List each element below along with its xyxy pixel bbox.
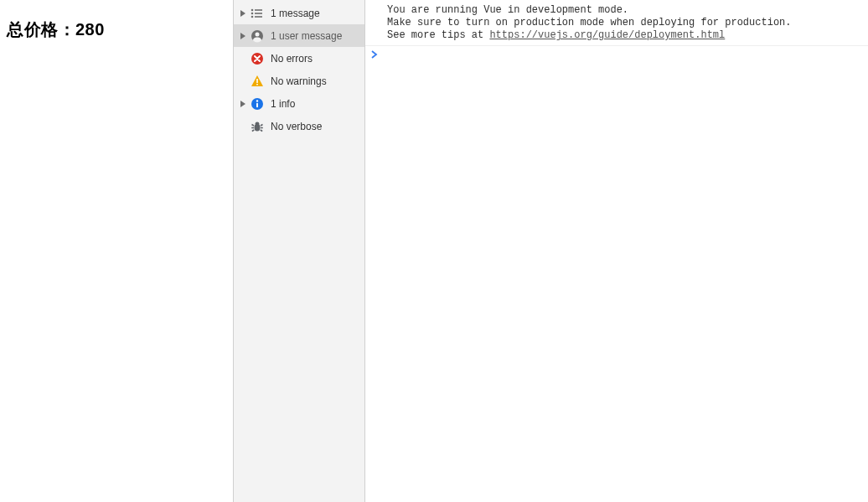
- svg-point-4: [251, 15, 254, 18]
- chevron-right-icon: [370, 49, 379, 60]
- console-sidebar: 1 message 1 user message No errors: [233, 0, 365, 502]
- svg-rect-5: [255, 16, 262, 18]
- sidebar-item-warnings[interactable]: No warnings: [234, 70, 364, 92]
- svg-point-15: [256, 122, 260, 125]
- console-line: You are running Vue in development mode.: [387, 4, 860, 17]
- svg-line-17: [261, 124, 263, 126]
- svg-point-0: [251, 8, 254, 11]
- warning-icon: [251, 75, 264, 88]
- svg-point-2: [251, 12, 254, 14]
- svg-point-7: [256, 32, 260, 36]
- list-icon: [251, 7, 264, 20]
- sidebar-item-label: No verbose: [271, 121, 322, 132]
- sidebar-item-label: No errors: [271, 53, 313, 65]
- console-line: See more tips at https://vuejs.org/guide…: [387, 29, 860, 42]
- sidebar-item-label: No warnings: [271, 75, 327, 87]
- svg-line-16: [252, 124, 255, 126]
- sidebar-item-label: 1 info: [271, 98, 295, 110]
- sidebar-item-label: 1 message: [271, 8, 320, 19]
- app-content-panel: 总价格：280: [0, 0, 233, 502]
- console-panel: You are running Vue in development mode.…: [365, 0, 868, 502]
- disclosure-triangle-icon[interactable]: [239, 9, 247, 18]
- error-icon: [251, 52, 264, 65]
- svg-line-21: [261, 130, 263, 132]
- svg-rect-3: [255, 13, 262, 14]
- sidebar-item-info[interactable]: 1 info: [234, 92, 364, 115]
- console-link[interactable]: https://vuejs.org/guide/deployment.html: [489, 29, 725, 41]
- svg-line-20: [252, 130, 255, 132]
- console-message[interactable]: You are running Vue in development mode.…: [365, 0, 868, 46]
- svg-rect-10: [256, 84, 258, 85]
- svg-rect-13: [256, 102, 258, 107]
- svg-rect-9: [256, 79, 258, 83]
- svg-point-12: [256, 100, 258, 101]
- sidebar-item-user-messages[interactable]: 1 user message: [234, 24, 364, 47]
- disclosure-triangle-icon[interactable]: [239, 100, 247, 108]
- bug-icon: [251, 120, 264, 133]
- console-text: See more tips at: [387, 29, 489, 41]
- svg-rect-1: [255, 9, 262, 11]
- total-price-label: 总价格：280: [7, 18, 226, 41]
- console-prompt[interactable]: [365, 46, 868, 62]
- disclosure-triangle-icon[interactable]: [239, 32, 247, 40]
- console-line: Make sure to turn on production mode whe…: [387, 17, 860, 29]
- sidebar-item-messages[interactable]: 1 message: [234, 2, 364, 24]
- sidebar-item-verbose[interactable]: No verbose: [234, 115, 364, 137]
- user-icon: [251, 29, 264, 43]
- sidebar-item-label: 1 user message: [271, 30, 342, 42]
- sidebar-item-errors[interactable]: No errors: [234, 47, 364, 70]
- info-icon: [251, 97, 264, 111]
